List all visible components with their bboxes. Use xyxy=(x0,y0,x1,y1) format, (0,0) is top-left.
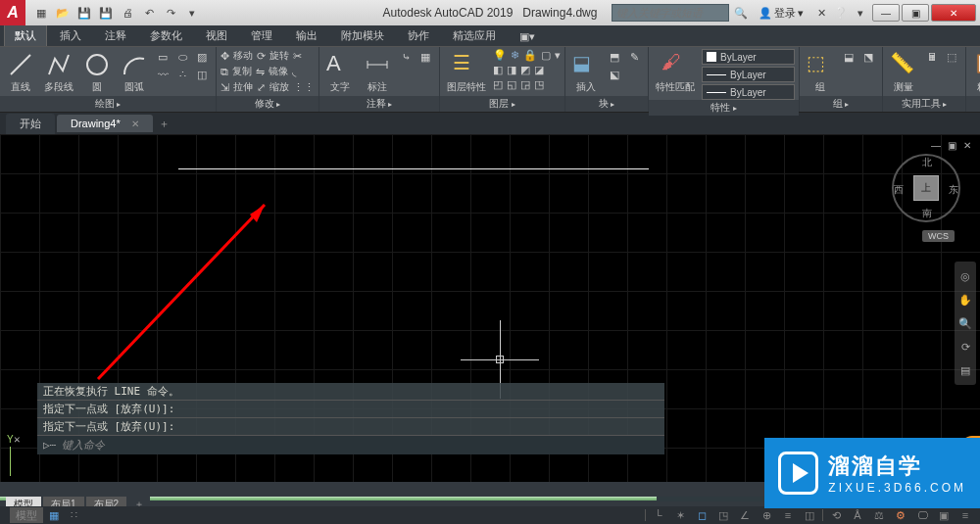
layer-match-icon[interactable]: ◩ xyxy=(520,64,530,76)
status-osnap-icon[interactable]: ◻ xyxy=(693,507,710,523)
insert-button[interactable]: ⬓ 插入 xyxy=(569,49,603,96)
menu-tab-output[interactable]: 输出 xyxy=(285,24,328,46)
status-otrack-icon[interactable]: ∠ xyxy=(736,507,754,523)
status-grid-icon[interactable]: ▦ xyxy=(45,507,63,523)
layer-more-icon[interactable]: ▾ xyxy=(555,49,561,62)
viewcube-north[interactable]: 北 xyxy=(922,156,932,169)
nav-zoom-icon[interactable]: 🔍 xyxy=(956,314,974,332)
layer-c-icon[interactable]: ◲ xyxy=(520,78,530,91)
help-search-input[interactable] xyxy=(612,4,729,22)
table-icon[interactable]: ▦ xyxy=(417,49,433,65)
status-model-button[interactable]: 模型 xyxy=(10,507,43,523)
command-input-row[interactable]: ▷┄ 键入命令 xyxy=(37,436,664,454)
menu-tab-featured[interactable]: 精选应用 xyxy=(442,24,507,46)
status-monitor-icon[interactable]: 🖵 xyxy=(913,507,931,523)
qat-save-icon[interactable]: 💾 xyxy=(76,5,92,21)
scale-icon[interactable]: ⤢ xyxy=(257,81,266,94)
region-icon[interactable]: ◫ xyxy=(194,67,210,82)
status-transparency-icon[interactable]: ◫ xyxy=(801,507,818,523)
file-tab-add-button[interactable]: ＋ xyxy=(155,115,174,132)
nav-showmotion-icon[interactable]: ▤ xyxy=(956,361,974,379)
status-polar-icon[interactable]: ✶ xyxy=(671,507,689,523)
layer-freeze-icon[interactable]: ❄ xyxy=(511,49,519,62)
text-button[interactable]: A 文字 xyxy=(323,49,357,96)
qat-saveas-icon[interactable]: 💾 xyxy=(98,5,114,21)
group-edit-icon[interactable]: ⬔ xyxy=(860,49,876,65)
mirror-icon[interactable]: ⇋ xyxy=(256,66,265,78)
panel-block-label[interactable]: 块 xyxy=(565,96,648,112)
nav-pan-icon[interactable]: ✋ xyxy=(956,291,974,309)
menu-tab-manage[interactable]: 管理 xyxy=(240,24,283,46)
menu-tab-addins[interactable]: 附加模块 xyxy=(330,24,395,46)
menu-tab-collaborate[interactable]: 协作 xyxy=(397,24,440,46)
layer-props-button[interactable]: ☰ 图层特性 xyxy=(444,49,489,96)
menu-tab-parametric[interactable]: 参数化 xyxy=(139,24,193,46)
qat-open-icon[interactable]: 📂 xyxy=(55,5,71,21)
circle-button[interactable]: 圆 xyxy=(80,49,114,96)
status-dyn-icon[interactable]: ⊕ xyxy=(758,507,775,523)
menu-tab-view[interactable]: 视图 xyxy=(195,24,238,46)
paste-button[interactable]: 📋 粘贴 xyxy=(970,49,980,96)
viewcube-east[interactable]: 东 xyxy=(949,183,958,197)
line-button[interactable]: 直线 xyxy=(4,49,37,96)
array-icon[interactable]: ⋮⋮ xyxy=(293,81,315,94)
status-customize-icon[interactable]: ≡ xyxy=(956,507,974,523)
window-close-button[interactable]: ✕ xyxy=(931,4,976,22)
wcs-badge[interactable]: WCS xyxy=(922,230,955,242)
layer-b-icon[interactable]: ◱ xyxy=(507,78,516,91)
qat-redo-icon[interactable]: ↷ xyxy=(163,5,178,21)
rotate-icon[interactable]: ⟳ xyxy=(257,50,266,63)
status-cycle-icon[interactable]: ⟲ xyxy=(827,507,845,523)
panel-annotate-label[interactable]: 注释 xyxy=(319,96,439,112)
doc-minimize-button[interactable]: — xyxy=(929,138,943,152)
layer-iso-icon[interactable]: ◧ xyxy=(493,64,503,76)
calc-icon[interactable]: 🖩 xyxy=(924,49,940,65)
panel-clipboard-label[interactable]: 剪贴板 xyxy=(966,96,980,112)
status-clean-icon[interactable]: ▣ xyxy=(935,507,953,523)
status-ortho-icon[interactable]: └ xyxy=(650,507,667,523)
layer-lock-icon[interactable]: 🔒 xyxy=(523,49,537,62)
edit-block-icon[interactable]: ✎ xyxy=(626,49,642,65)
create-block-icon[interactable]: ⬒ xyxy=(607,49,622,65)
viewcube-south[interactable]: 南 xyxy=(922,207,932,220)
polyline-button[interactable]: 多段线 xyxy=(41,49,76,96)
layer-prev-icon[interactable]: ◪ xyxy=(534,64,544,76)
panel-group-label[interactable]: 组 xyxy=(800,96,882,112)
rectangle-icon[interactable]: ▭ xyxy=(155,49,171,65)
color-combo[interactable]: ByLayer xyxy=(702,49,795,65)
status-3dosnap-icon[interactable]: ◳ xyxy=(714,507,732,523)
measure-button[interactable]: 📏 测量 xyxy=(887,49,920,96)
hatch-icon[interactable]: ▨ xyxy=(194,49,210,65)
panel-layer-label[interactable]: 图层 xyxy=(440,96,564,112)
spline-icon[interactable]: 〰 xyxy=(155,67,171,82)
close-icon[interactable]: ✕ xyxy=(131,119,139,129)
qat-new-icon[interactable]: ▦ xyxy=(33,5,49,21)
panel-util-label[interactable]: 实用工具 xyxy=(883,96,965,112)
viewcube[interactable]: 上 北 南 东 西 xyxy=(892,154,960,222)
move-icon[interactable]: ✥ xyxy=(220,50,229,63)
menu-tab-insert[interactable]: 插入 xyxy=(49,24,92,46)
viewcube-top-face[interactable]: 上 xyxy=(913,175,939,201)
search-icon[interactable]: 🔍 xyxy=(733,5,749,21)
status-scale-icon[interactable]: ⚖ xyxy=(870,507,888,523)
lineweight-combo[interactable]: ByLayer xyxy=(702,67,795,82)
dim-button[interactable]: 标注 xyxy=(361,49,394,96)
status-lwt-icon[interactable]: ≡ xyxy=(779,507,797,523)
status-snap-icon[interactable]: ∷ xyxy=(65,507,82,523)
doc-close-button[interactable]: ✕ xyxy=(960,138,974,152)
doc-restore-button[interactable]: ▣ xyxy=(945,138,958,152)
match-props-button[interactable]: 🖌 特性匹配 xyxy=(653,49,698,96)
status-anno-icon[interactable]: Å xyxy=(849,507,866,523)
command-line[interactable]: ✕ 正在恢复执行 LINE 命令。 指定下一点或 [放弃(U)]: 指定下一点或… xyxy=(37,383,664,454)
panel-draw-label[interactable]: 绘图 xyxy=(0,96,216,112)
menu-tab-default[interactable]: 默认 xyxy=(4,24,47,46)
panel-properties-label[interactable]: 特性 xyxy=(649,100,799,116)
qat-dropdown-icon[interactable]: ▾ xyxy=(184,5,200,21)
file-tab-start[interactable]: 开始 xyxy=(6,114,55,134)
copy-icon[interactable]: ⧉ xyxy=(220,66,228,78)
trim-icon[interactable]: ✂ xyxy=(293,50,302,63)
layer-d-icon[interactable]: ◳ xyxy=(534,78,544,91)
fillet-icon[interactable]: ◟ xyxy=(292,66,296,78)
drawing-canvas[interactable]: — ▣ ✕ 上 北 南 东 西 WCS ◎ ✋ 🔍 ⟳ ▤ Y ✕ 正在恢复执行… xyxy=(0,134,980,482)
exchange-icon[interactable]: ✕ xyxy=(813,5,829,21)
